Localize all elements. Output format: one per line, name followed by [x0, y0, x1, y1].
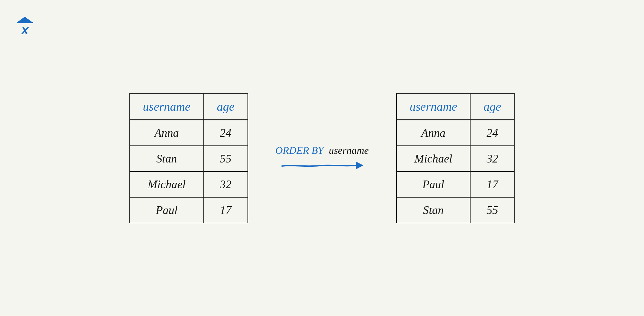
arrow-section: ORDER BY username — [274, 144, 370, 172]
left-age-cell: 17 — [204, 197, 248, 223]
right-username-header: username — [397, 93, 471, 120]
right-table-row: Paul17 — [397, 172, 515, 197]
svg-marker-2 — [356, 162, 363, 169]
right-table-body: Anna24Michael32Paul17Stan55 — [397, 120, 515, 223]
left-table-wrapper: username age Anna24Stan55Michael32Paul17 — [129, 93, 248, 223]
right-table-row: Michael32 — [397, 146, 515, 172]
left-username-cell: Paul — [130, 197, 204, 223]
left-table-header-row: username age — [130, 93, 248, 120]
left-table-body: Anna24Stan55Michael32Paul17 — [130, 120, 248, 223]
order-by-label: ORDER BY username — [275, 144, 369, 156]
right-age-cell: 55 — [470, 197, 514, 223]
right-table-row: Anna24 — [397, 120, 515, 146]
arrow-icon — [280, 159, 364, 172]
order-by-column: username — [329, 144, 369, 156]
left-table-row: Paul17 — [130, 197, 248, 223]
left-username-cell: Anna — [130, 120, 204, 146]
right-age-cell: 17 — [470, 172, 514, 197]
left-username-cell: Stan — [130, 146, 204, 172]
left-table: username age Anna24Stan55Michael32Paul17 — [129, 93, 248, 223]
right-age-cell: 24 — [470, 120, 514, 146]
right-table-header-row: username age — [397, 93, 515, 120]
right-table-row: Stan55 — [397, 197, 515, 223]
order-by-keyword: ORDER BY — [275, 144, 323, 156]
left-age-cell: 32 — [204, 172, 248, 197]
left-age-cell: 24 — [204, 120, 248, 146]
left-age-cell: 55 — [204, 146, 248, 172]
left-table-row: Stan55 — [130, 146, 248, 172]
right-username-cell: Anna — [397, 120, 471, 146]
right-table-wrapper: username age Anna24Michael32Paul17Stan55 — [396, 93, 515, 223]
right-username-cell: Michael — [397, 146, 471, 172]
right-table: username age Anna24Michael32Paul17Stan55 — [396, 93, 515, 223]
left-age-header: age — [204, 93, 248, 120]
right-age-cell: 32 — [470, 146, 514, 172]
right-username-cell: Stan — [397, 197, 471, 223]
left-username-header: username — [130, 93, 204, 120]
right-age-header: age — [470, 93, 514, 120]
left-username-cell: Michael — [130, 172, 204, 197]
left-table-row: Anna24 — [130, 120, 248, 146]
main-content: username age Anna24Stan55Michael32Paul17… — [0, 0, 644, 316]
left-table-row: Michael32 — [130, 172, 248, 197]
right-username-cell: Paul — [397, 172, 471, 197]
